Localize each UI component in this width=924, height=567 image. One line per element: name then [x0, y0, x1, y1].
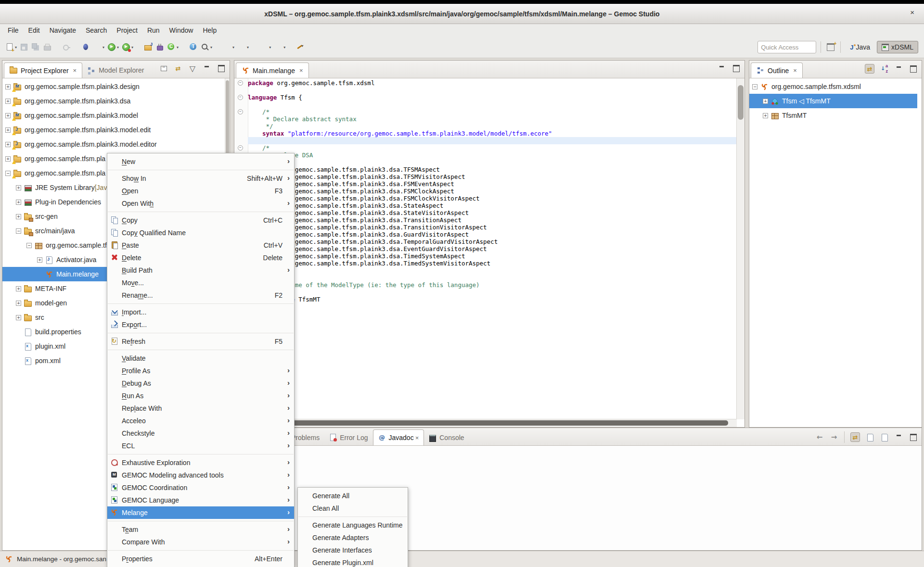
context-menu-item-export[interactable]: Export... — [107, 318, 294, 331]
context-menu-item-new[interactable]: New› — [107, 155, 294, 168]
link-with-editor-button[interactable]: ⇄ — [865, 64, 874, 74]
outline-item-tfsmmt[interactable]: +TfsmMT — [749, 108, 917, 123]
open-attached-javadoc-button[interactable] — [866, 433, 874, 441]
new-java-project-button[interactable] — [142, 40, 154, 54]
tree-expander-plus-icon[interactable]: + — [5, 142, 11, 147]
context-menu-item-acceleo[interactable]: Acceleo› — [107, 415, 294, 427]
maximize-button[interactable] — [909, 433, 918, 441]
menubar-item-file[interactable]: File — [3, 25, 24, 36]
nav-back-button[interactable]: ← — [815, 433, 824, 441]
fold-collapse-icon[interactable]: − — [238, 80, 243, 86]
tree-expander-plus-icon[interactable]: + — [16, 185, 21, 190]
context-menu-item-gemoc-language[interactable]: GEMOC Language› — [107, 494, 294, 506]
tree-expander-minus-icon[interactable]: − — [752, 84, 757, 89]
dropdown-caret-icon[interactable]: ▾ — [103, 45, 104, 50]
previous-annotation-button[interactable]: ▾ — [221, 40, 236, 54]
context-menu-item-compare-with[interactable]: Compare With› — [107, 536, 294, 548]
tree-expander-minus-icon[interactable]: − — [16, 228, 21, 234]
context-menu-item-move[interactable]: Move... — [107, 277, 294, 289]
tree-expander-plus-icon[interactable]: + — [5, 99, 11, 104]
project-item-org-gemoc-sample-tfsm-plaink3-dsa[interactable]: +org.gemoc.sample.tfsm.plaink3.dsa — [2, 94, 225, 108]
minimize-button[interactable] — [895, 433, 903, 441]
tab-outline[interactable]: Outline × — [751, 63, 803, 78]
outline-item-org-gemoc-sample-tfsm-xdsml[interactable]: −org.gemoc.sample.tfsm.xdsml — [749, 79, 917, 94]
project-item-org-gemoc-sample-tfsm-plaink3-model-editor[interactable]: +Jorg.gemoc.sample.tfsm.plaink3.model.ed… — [2, 137, 225, 151]
tab-main-melange[interactable]: Main.melange × — [236, 63, 309, 78]
context-menu-item-validate[interactable]: Validate — [107, 352, 294, 365]
minimize-button[interactable] — [895, 64, 903, 73]
sort-button[interactable]: ↓ — [880, 64, 889, 73]
debug-button[interactable] — [80, 40, 91, 54]
tree-expander-minus-icon[interactable]: − — [5, 171, 11, 176]
open-perspective-button[interactable] — [825, 40, 836, 54]
code-editor[interactable]: −package org.gemoc.sample.tfsm.xdsml−lan… — [234, 78, 737, 419]
context-menu-item-replace-with[interactable]: Replace With› — [107, 402, 294, 415]
nav-forward-button[interactable]: → — [830, 433, 838, 441]
outline-item-tfsm-tfsmmt[interactable]: +Tfsm ◁ TfsmMT — [749, 94, 917, 108]
tree-expander-plus-icon[interactable]: + — [5, 156, 11, 162]
mark-occurrences-button[interactable] — [295, 40, 306, 54]
submenu-item-generate-plugin-xml[interactable]: Generate Plugin.xml — [298, 556, 408, 567]
perspective-java[interactable]: JJava — [845, 41, 875, 53]
link-with-selection-button[interactable]: ⇄ — [850, 432, 860, 442]
context-menu-item-open-with[interactable]: Open With› — [107, 197, 294, 210]
context-menu-item-checkstyle[interactable]: Checkstyle› — [107, 427, 294, 440]
submenu-item-generate-adapters[interactable]: Generate Adapters — [298, 531, 408, 544]
context-menu-item-paste[interactable]: PasteCtrl+V — [107, 239, 294, 252]
dropdown-caret-icon[interactable]: ▾ — [117, 45, 119, 50]
tab-console[interactable]: Console — [424, 430, 469, 445]
tree-expander-plus-icon[interactable]: + — [16, 301, 21, 306]
tree-expander-plus-icon[interactable]: + — [5, 127, 11, 133]
fold-collapse-icon[interactable]: − — [238, 109, 243, 114]
dropdown-caret-icon[interactable]: ▾ — [131, 45, 133, 50]
quick-access-input[interactable] — [757, 41, 816, 53]
tree-expander-plus-icon[interactable]: + — [5, 113, 11, 118]
tree-expander-plus-icon[interactable]: + — [37, 257, 42, 263]
back-history-button[interactable]: ▾ — [258, 40, 272, 54]
menubar-item-window[interactable]: Window — [165, 25, 198, 36]
context-menu-item-open[interactable]: OpenF3 — [107, 185, 294, 197]
run-button[interactable]: ▾ — [106, 40, 120, 54]
tab-project-explorer[interactable]: Project Explorer × — [4, 63, 82, 78]
menubar-item-edit[interactable]: Edit — [24, 25, 45, 36]
context-menu-item-properties[interactable]: PropertiesAlt+Enter — [107, 553, 294, 565]
fold-collapse-icon[interactable]: − — [238, 145, 243, 151]
menubar-item-navigate[interactable]: Navigate — [45, 25, 81, 36]
close-icon[interactable]: × — [73, 67, 77, 74]
perspective-xdsml[interactable]: xDSML — [877, 41, 918, 53]
close-icon[interactable]: × — [793, 67, 797, 74]
next-annotation-button[interactable]: ▾ — [236, 40, 250, 54]
dropdown-caret-icon[interactable]: ▾ — [269, 45, 271, 50]
search-button[interactable]: ▾ — [199, 40, 214, 54]
context-menu-item-copy-qualified-name[interactable]: Copy Qualified Name — [107, 227, 294, 239]
maximize-button[interactable] — [732, 64, 741, 73]
context-menu-item-run-as[interactable]: Run As› — [107, 390, 294, 402]
context-menu-item-melange[interactable]: Melange› — [107, 506, 294, 519]
tab-error-log[interactable]: Error Log — [324, 430, 372, 445]
tab-model-explorer[interactable]: Model Explorer — [82, 63, 149, 78]
tree-expander-plus-icon[interactable]: + — [16, 214, 21, 219]
forward-history-button[interactable]: ▾ — [272, 40, 287, 54]
minimize-button[interactable] — [718, 64, 726, 73]
menubar-item-search[interactable]: Search — [81, 25, 112, 36]
context-menu-item-gemoc-modeling-advanced-tools[interactable]: GEMOC Modeling advanced tools› — [107, 469, 294, 481]
context-menu-item-refresh[interactable]: RefreshF5 — [107, 335, 294, 348]
tree-expander-plus-icon[interactable]: + — [16, 315, 21, 320]
context-menu-item-gemoc-coordination[interactable]: GEMOC Coordination› — [107, 481, 294, 494]
fold-collapse-icon[interactable]: − — [238, 95, 243, 100]
project-item-org-gemoc-sample-tfsm-plaink3-design[interactable]: +Morg.gemoc.sample.tfsm.plaink3.design — [2, 79, 225, 94]
menubar-item-project[interactable]: Project — [112, 25, 142, 36]
skip-all-breakpoints-button[interactable]: ▾ — [91, 40, 106, 54]
submenu-item-generate-interfaces[interactable]: Generate Interfaces — [298, 544, 408, 556]
tree-expander-plus-icon[interactable]: + — [763, 113, 768, 118]
context-menu-item-build-path[interactable]: Build Path› — [107, 264, 294, 277]
context-menu-item-show-in[interactable]: Show InShift+Alt+W› — [107, 172, 294, 185]
editor-vertical-scrollbar[interactable] — [736, 78, 744, 419]
menubar-item-help[interactable]: Help — [198, 25, 221, 36]
submenu-item-clean-all[interactable]: Clean All — [298, 502, 408, 515]
project-item-org-gemoc-sample-tfsm-plaink3-model-edit[interactable]: +Jorg.gemoc.sample.tfsm.plaink3.model.ed… — [2, 123, 225, 137]
menubar-item-run[interactable]: Run — [142, 25, 165, 36]
new-wizard-button[interactable]: ▾ — [4, 40, 18, 54]
dropdown-caret-icon[interactable]: ▾ — [210, 45, 212, 50]
context-menu-item-team[interactable]: Team› — [107, 523, 294, 536]
